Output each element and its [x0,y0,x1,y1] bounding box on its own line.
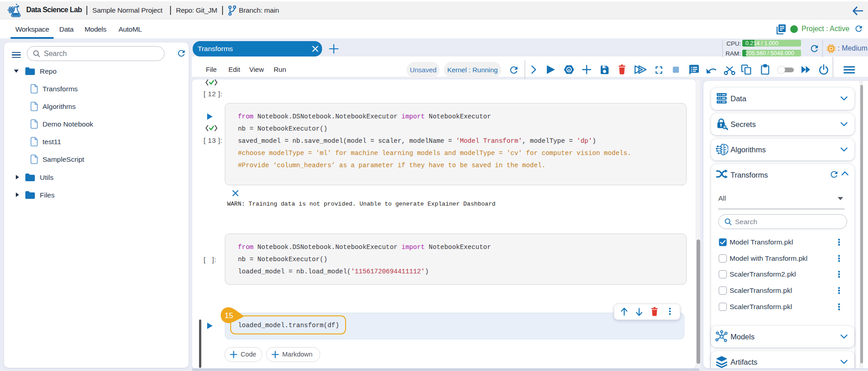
svg-text:15: 15 [225,311,233,320]
